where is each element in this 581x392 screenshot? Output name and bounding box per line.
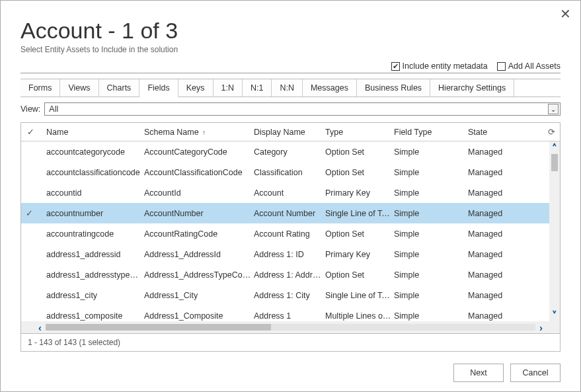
vertical-scrollbar[interactable]: ˄ ˅ [549,141,560,321]
tab-messages[interactable]: Messages [303,79,357,97]
row-checkbox[interactable]: ✓ [21,208,40,218]
col-header-display[interactable]: Display Name [254,128,325,137]
cell-display: Address 1: ID [254,250,325,259]
cell-display: Address 1: City [254,291,325,300]
add-all-assets-label: Add All Assets [508,61,561,71]
top-options: ✔ Include entity metadata Add All Assets [391,61,561,71]
select-all-checkbox[interactable]: ✓ [21,127,40,137]
cell-fieldtype: Simple [394,229,468,239]
cell-name: accountnumber [40,209,144,218]
cell-type: Option Set [325,168,394,177]
cell-name: accountcategorycode [40,147,144,157]
cell-fieldtype: Simple [394,270,468,280]
cell-display: Account Rating [254,229,325,239]
tab-strip: Forms Views Charts Fields Keys 1:N N:1 N… [20,79,561,97]
scroll-down-icon[interactable]: ˅ [552,310,557,320]
status-bar: 1 - 143 of 143 (1 selected) [20,334,561,352]
cell-state: Managed [468,311,549,321]
table-row[interactable]: accountidAccountIdAccountPrimary KeySimp… [21,182,549,203]
cell-fieldtype: Simple [394,250,468,259]
cell-name: address1_composite [40,311,144,321]
chevron-down-icon: ⌄ [548,104,559,114]
view-select[interactable]: All ⌄ [44,102,561,116]
cell-schema: Address1_AddressId [144,250,254,259]
scroll-left-icon[interactable]: ‹ [38,323,42,333]
cell-state: Managed [468,270,549,280]
scrollbar-thumb[interactable] [46,324,271,331]
col-header-fieldtype[interactable]: Field Type [394,128,468,137]
next-button[interactable]: Next [453,364,504,382]
tab-keys[interactable]: Keys [178,79,213,97]
add-all-assets-checkbox[interactable]: Add All Assets [497,61,561,71]
table-row[interactable]: ✓accountnumberAccountNumberAccount Numbe… [21,203,549,223]
cell-display: Address 1 [254,311,325,321]
page-title: Account - 1 of 3 [20,18,561,44]
cell-state: Managed [468,147,549,157]
grid: ✓ Name Schema Name ↑ Display Name Type F… [20,122,561,334]
cell-schema: AccountRatingCode [144,229,254,239]
table-row[interactable]: address1_compositeAddress1_CompositeAddr… [21,305,549,321]
col-header-schema-label: Schema Name [144,128,199,137]
tab-fields[interactable]: Fields [139,79,178,97]
rows-container: accountcategorycodeAccountCategoryCodeCa… [21,141,549,321]
tab-1n[interactable]: 1:N [213,79,243,97]
col-header-type[interactable]: Type [325,128,394,137]
cell-schema: Address1_AddressTypeCode [144,270,254,280]
cell-schema: AccountNumber [144,209,254,218]
cell-display: Classification [254,168,325,177]
tab-n1[interactable]: N:1 [243,79,272,97]
page-subtitle: Select Entity Assets to Include in the s… [20,45,561,54]
col-header-name[interactable]: Name [40,128,144,137]
view-label: View: [20,104,40,114]
cell-name: address1_addresstypecode [40,270,144,280]
table-row[interactable]: accountratingcodeAccountRatingCodeAccoun… [21,223,549,244]
cancel-button[interactable]: Cancel [510,364,561,382]
table-row[interactable]: accountclassificationcodeAccountClassifi… [21,162,549,182]
cell-fieldtype: Simple [394,188,468,198]
cell-display: Account Number [254,209,325,218]
checkbox-icon: ✔ [391,62,400,71]
scroll-right-icon[interactable]: › [539,323,543,333]
cell-state: Managed [468,229,549,239]
tab-forms[interactable]: Forms [20,79,60,97]
tab-nn[interactable]: N:N [272,79,303,97]
horizontal-scrollbar[interactable]: ‹ › [21,321,560,333]
include-metadata-checkbox[interactable]: ✔ Include entity metadata [391,61,488,71]
cell-display: Address 1: Addr… [254,270,325,280]
cell-state: Managed [468,168,549,177]
table-row[interactable]: address1_addressidAddress1_AddressIdAddr… [21,244,549,264]
scroll-up-icon[interactable]: ˄ [552,143,557,153]
cell-state: Managed [468,291,549,300]
cell-type: Option Set [325,270,394,280]
cell-display: Category [254,147,325,157]
cell-fieldtype: Simple [394,168,468,177]
cell-type: Option Set [325,147,394,157]
tab-charts[interactable]: Charts [99,79,140,97]
table-row[interactable]: address1_cityAddress1_CityAddress 1: Cit… [21,285,549,305]
cell-name: accountid [40,188,144,198]
cell-fieldtype: Simple [394,147,468,157]
cell-schema: AccountCategoryCode [144,147,254,157]
tab-views[interactable]: Views [60,79,98,97]
footer: Next Cancel [20,364,561,382]
cell-schema: Address1_Composite [144,311,254,321]
col-header-state[interactable]: State [468,128,547,137]
col-header-schema[interactable]: Schema Name ↑ [144,128,254,137]
table-row[interactable]: address1_addresstypecodeAddress1_Address… [21,264,549,285]
cell-name: address1_addressid [40,250,144,259]
view-row: View: All ⌄ [20,102,561,116]
cell-schema: Address1_City [144,291,254,300]
cell-fieldtype: Simple [394,291,468,300]
cell-type: Multiple Lines of… [325,311,394,321]
cell-type: Primary Key [325,188,394,198]
tab-business-rules[interactable]: Business Rules [357,79,430,97]
scrollbar-thumb[interactable] [551,154,558,171]
cell-display: Account [254,188,325,198]
table-row[interactable]: accountcategorycodeAccountCategoryCodeCa… [21,141,549,162]
cell-name: accountclassificationcode [40,168,144,177]
dialog: ✕ Account - 1 of 3 Select Entity Assets … [0,0,581,392]
close-icon[interactable]: ✕ [560,7,571,20]
checkbox-icon [497,62,506,71]
refresh-icon[interactable]: ⟳ [548,127,557,136]
tab-hierarchy-settings[interactable]: Hierarchy Settings [430,79,514,97]
